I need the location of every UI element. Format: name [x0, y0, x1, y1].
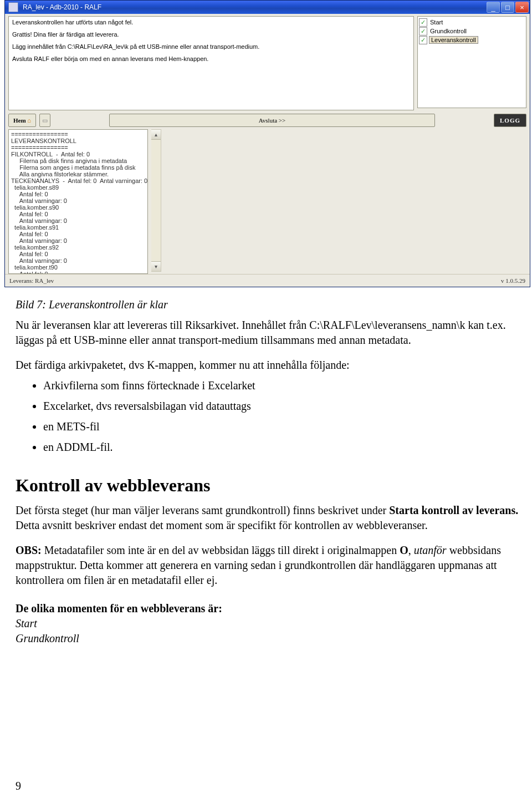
- tree-label: Grundkontroll: [429, 28, 468, 34]
- text-bold: Starta kontroll av leverans.: [389, 504, 518, 516]
- scroll-up-icon[interactable]: ▴: [151, 130, 161, 140]
- text: Metadatafiler som inte är en del av webb…: [42, 544, 400, 556]
- message-panel: Leveranskontrollen har utförts utan någo…: [8, 16, 414, 110]
- avsluta-button[interactable]: Avsluta >>: [109, 114, 435, 127]
- subheading: De olika momenten för en webbleverans är…: [16, 601, 528, 616]
- page-number: 9: [16, 780, 21, 792]
- toolbar: Hem ⌂ ▭ Avsluta >> LOGG: [5, 114, 530, 129]
- text-bold: O: [400, 544, 408, 556]
- message-line: Leveranskontrollen har utförts utan någo…: [12, 19, 410, 26]
- paragraph: Det färdiga arkivpaketet, dvs K-mappen, …: [16, 358, 528, 373]
- tool-button[interactable]: ▭: [39, 114, 50, 127]
- document-body: Bild 7: Leveranskontrollen är klar Nu är…: [0, 287, 532, 646]
- app-window: RA_lev - Adb-2010 - RALF _ □ × Leveransk…: [4, 0, 530, 287]
- text: ,: [408, 544, 414, 556]
- check-icon: [419, 18, 427, 27]
- text-bold: OBS:: [16, 544, 42, 556]
- scroll-down-icon[interactable]: ▾: [151, 261, 161, 271]
- titlebar: RA_lev - Adb-2010 - RALF _ □ ×: [5, 1, 530, 14]
- tree-label: Start: [429, 19, 444, 26]
- maximize-button[interactable]: □: [501, 2, 514, 13]
- text: Det första steget (hur man väljer levera…: [16, 504, 389, 516]
- paragraph: Det första steget (hur man väljer levera…: [16, 503, 528, 533]
- home-button[interactable]: Hem ⌂: [8, 114, 36, 127]
- paragraph: Nu är leveransen klar att levereras till…: [16, 318, 528, 348]
- tree-item-grundkontroll[interactable]: Grundkontroll: [418, 27, 526, 35]
- list-item: en ADDML-fil.: [43, 440, 528, 455]
- home-icon: ⌂: [27, 117, 31, 124]
- list-item: en METS-fil: [43, 419, 528, 434]
- scrollbar[interactable]: ▴ ▾: [151, 129, 161, 272]
- statusbar: Leverans: RA_lev v 1.0.5.29: [5, 274, 530, 287]
- message-line: Lägg innehållet från C:\RALF\Lev\RA_lev\…: [12, 43, 410, 50]
- avsluta-label: Avsluta >>: [259, 117, 286, 124]
- message-line: Grattis! Dina filer är färdiga att lever…: [12, 31, 410, 38]
- window-title: RA_lev - Adb-2010 - RALF: [23, 3, 487, 11]
- text-italic: utanför: [414, 544, 447, 556]
- list-item: Arkivfilerna som finns förtecknade i Exc…: [43, 378, 528, 393]
- app-icon: [8, 2, 18, 12]
- logg-button[interactable]: LOGG: [494, 114, 526, 127]
- page-icon: ▭: [42, 117, 48, 124]
- moment-item: Grundkontroll: [16, 631, 528, 646]
- moment-item: Start: [16, 616, 528, 631]
- step-tree: Start Grundkontroll Leveranskontroll: [417, 16, 526, 108]
- check-icon: [419, 27, 427, 35]
- message-line: Avsluta RALF eller börja om med en annan…: [12, 55, 410, 62]
- figure-caption: Bild 7: Leveranskontrollen är klar: [16, 297, 528, 312]
- status-right: v 1.0.5.29: [501, 277, 525, 284]
- client-area: Leveranskontrollen har utförts utan någo…: [5, 14, 530, 287]
- tree-label: Leveranskontroll: [429, 36, 478, 44]
- tree-item-leveranskontroll[interactable]: Leveranskontroll: [418, 35, 526, 44]
- status-left: Leverans: RA_lev: [9, 277, 54, 284]
- close-button[interactable]: ×: [515, 2, 529, 13]
- tree-item-start[interactable]: Start: [418, 18, 526, 27]
- bullet-list: Arkivfilerna som finns förtecknade i Exc…: [16, 378, 528, 455]
- home-label: Hem: [13, 117, 26, 124]
- minimize-button[interactable]: _: [487, 2, 500, 13]
- list-item: Excelarket, dvs reversalsbilagan vid dat…: [43, 399, 528, 414]
- heading-kontroll: Kontroll av webbleverans: [16, 474, 528, 497]
- paragraph: OBS: Metadatafiler som inte är en del av…: [16, 543, 528, 588]
- log-panel: ================ LEVERANSKONTROLL ======…: [8, 129, 148, 274]
- text: Detta avsnitt beskriver endast det momen…: [16, 519, 428, 531]
- logg-label: LOGG: [500, 117, 520, 124]
- check-icon: [419, 36, 427, 44]
